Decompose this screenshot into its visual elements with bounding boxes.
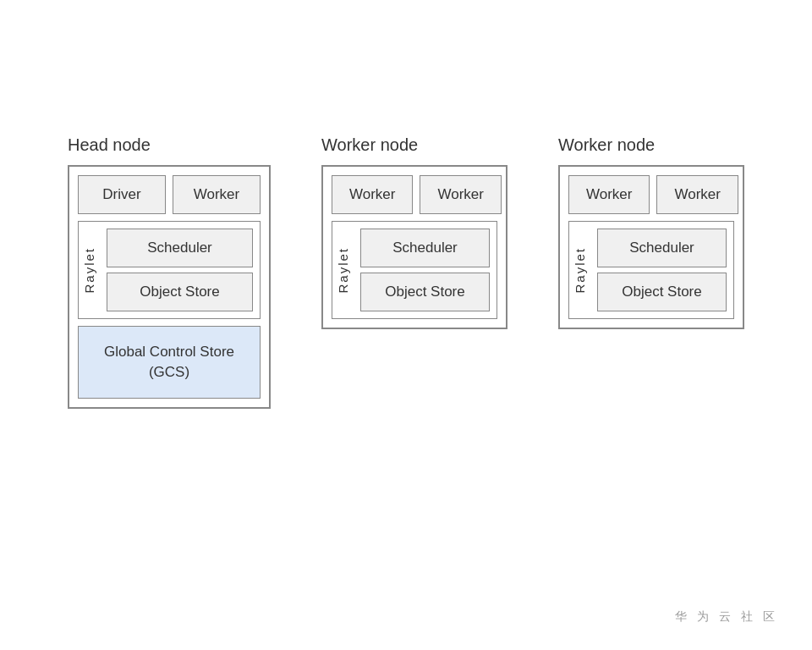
worker-node-2-raylet-container: Raylet Scheduler Object Store xyxy=(568,221,734,319)
worker-node-2-raylet-label-wrapper: Raylet xyxy=(569,222,590,318)
worker-node-1-raylet-label: Raylet xyxy=(336,247,350,294)
worker-node-2-section: Worker node Worker Worker Raylet Schedul… xyxy=(558,135,744,329)
head-object-store-box: Object Store xyxy=(107,273,253,311)
worker-node-2-workers-row: Worker Worker xyxy=(568,175,734,214)
head-raylet-label-wrapper: Raylet xyxy=(79,222,100,318)
worker-node-1-scheduler-box: Scheduler xyxy=(360,229,490,267)
head-scheduler-box: Scheduler xyxy=(107,229,253,267)
head-node-label: Head node xyxy=(68,135,151,155)
worker-node-1-label: Worker node xyxy=(321,135,418,155)
head-raylet-container: Raylet Scheduler Object Store xyxy=(78,221,261,319)
worker-node-2-raylet-inner: Scheduler Object Store xyxy=(590,222,733,318)
gcs-box: Global Control Store (GCS) xyxy=(78,326,261,399)
worker-node-2-scheduler-box: Scheduler xyxy=(597,229,727,267)
worker-node-2-box: Worker Worker Raylet Scheduler Object St… xyxy=(558,165,744,329)
head-raylet-label: Raylet xyxy=(82,247,96,294)
head-workers-row: Driver Worker xyxy=(78,175,261,214)
worker-box-1b: Worker xyxy=(420,175,501,214)
head-raylet-inner: Scheduler Object Store xyxy=(100,222,260,318)
worker-box-2b: Worker xyxy=(656,175,738,214)
head-node-section: Head node Driver Worker Raylet Scheduler… xyxy=(68,135,271,409)
worker-node-1-section: Worker node Worker Worker Raylet Schedul… xyxy=(321,135,508,329)
worker-node-1-box: Worker Worker Raylet Scheduler Object St… xyxy=(321,165,508,329)
worker-node-2-raylet-label: Raylet xyxy=(573,247,587,294)
head-node-box: Driver Worker Raylet Scheduler Object St… xyxy=(68,165,271,409)
worker-node-2-label: Worker node xyxy=(558,135,655,155)
worker-node-1-raylet-container: Raylet Scheduler Object Store xyxy=(332,221,497,319)
worker-node-2-object-store-box: Object Store xyxy=(597,273,727,311)
worker-box-2a: Worker xyxy=(568,175,650,214)
worker-box-1a: Worker xyxy=(332,175,413,214)
main-container: Head node Driver Worker Raylet Scheduler… xyxy=(0,0,812,409)
worker-node-1-workers-row: Worker Worker xyxy=(332,175,497,214)
worker-node-1-raylet-inner: Scheduler Object Store xyxy=(354,222,497,318)
worker-node-1-object-store-box: Object Store xyxy=(360,273,490,311)
worker-box-head: Worker xyxy=(173,175,261,214)
worker-node-1-raylet-label-wrapper: Raylet xyxy=(332,222,354,318)
driver-box: Driver xyxy=(78,175,166,214)
watermark: 华 为 云 社 区 xyxy=(675,609,778,625)
